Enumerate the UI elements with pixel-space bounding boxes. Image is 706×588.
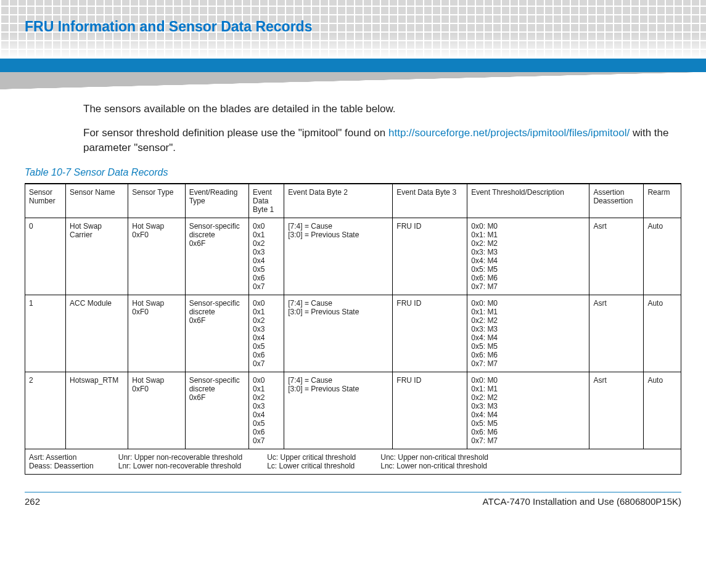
cell-rearm: Auto [644,295,681,372]
col-event-reading-type: Event/Reading Type [185,184,248,218]
cell-sensor-name: Hot Swap Carrier [66,218,128,295]
col-sensor-number: Sensor Number [25,184,66,218]
cell-sensor-name: Hotswap_RTM [66,372,128,449]
cell-rearm: Auto [644,218,681,295]
cell-event-reading-type: Sensor-specific discrete 0x6F [185,372,248,449]
sensor-data-table: Sensor Number Sensor Name Sensor Type Ev… [25,183,681,475]
cell-event-data-byte-2: [7:4] = Cause [3:0] = Previous State [284,218,393,295]
cell-event-data-byte-3: FRU ID [393,295,467,372]
cell-assertion: Asrt [589,295,644,372]
cell-event-data-byte-1: 0x0 0x1 0x2 0x3 0x4 0x5 0x6 0x7 [249,218,284,295]
table-row: 0 Hot Swap Carrier Hot Swap 0xF0 Sensor-… [25,218,681,295]
cell-assertion: Asrt [589,372,644,449]
table-header-row: Sensor Number Sensor Name Sensor Type Ev… [25,184,681,218]
cell-event-reading-type: Sensor-specific discrete 0x6F [185,218,248,295]
col-sensor-type: Sensor Type [128,184,185,218]
table-body: 0 Hot Swap Carrier Hot Swap 0xF0 Sensor-… [25,218,681,474]
col-event-data-byte-1: Event Data Byte 1 [249,184,284,218]
cell-sensor-type: Hot Swap 0xF0 [128,372,185,449]
cell-event-data-byte-3: FRU ID [393,372,467,449]
col-event-data-byte-2: Event Data Byte 2 [284,184,393,218]
intro-paragraph-2: For sensor threshold definition please u… [83,126,681,156]
legend-col-1: Asrt: Assertion Deass: Deassertion [29,453,94,470]
cell-event-data-byte-2: [7:4] = Cause [3:0] = Previous State [284,372,393,449]
cell-event-data-byte-1: 0x0 0x1 0x2 0x3 0x4 0x5 0x6 0x7 [249,295,284,372]
table-caption: Table 10-7 Sensor Data Records [25,167,681,178]
page-number: 262 [25,496,40,507]
cell-sensor-type: Hot Swap 0xF0 [128,218,185,295]
cell-event-threshold: 0x0: M0 0x1: M1 0x2: M2 0x3: M3 0x4: M4 … [467,372,589,449]
divider-wedge [0,72,706,89]
intro-paragraph-1: The sensors available on the blades are … [83,102,681,117]
intro-text: The sensors available on the blades are … [83,102,681,156]
section-title: FRU Information and Sensor Data Records [25,18,312,35]
cell-sensor-number: 1 [25,295,66,372]
cell-sensor-number: 0 [25,218,66,295]
page-header: FRU Information and Sensor Data Records [0,0,706,59]
cell-rearm: Auto [644,372,681,449]
intro-p2-pre: For sensor threshold definition please u… [83,127,388,139]
page-footer: 262 ATCA-7470 Installation and Use (6806… [25,492,681,507]
legend-col-4: Unc: Upper non-critical threshold Lnc: L… [380,453,488,470]
legend-col-3: Uc: Upper critical threshold Lc: Lower c… [267,453,356,470]
cell-sensor-type: Hot Swap 0xF0 [128,295,185,372]
col-event-threshold: Event Threshold/Description [467,184,589,218]
cell-event-threshold: 0x0: M0 0x1: M1 0x2: M2 0x3: M3 0x4: M4 … [467,295,589,372]
divider-blue-bar [0,59,706,72]
page-body: The sensors available on the blades are … [0,89,706,475]
cell-event-threshold: 0x0: M0 0x1: M1 0x2: M2 0x3: M3 0x4: M4 … [467,218,589,295]
table-legend-row: Asrt: Assertion Deass: Deassertion Unr: … [25,449,681,474]
cell-event-data-byte-1: 0x0 0x1 0x2 0x3 0x4 0x5 0x6 0x7 [249,372,284,449]
col-rearm: Rearm [644,184,681,218]
legend: Asrt: Assertion Deass: Deassertion Unr: … [29,453,677,470]
cell-sensor-number: 2 [25,372,66,449]
col-assertion: Assertion Deassertion [589,184,644,218]
cell-assertion: Asrt [589,218,644,295]
col-event-data-byte-3: Event Data Byte 3 [393,184,467,218]
table-row: 2 Hotswap_RTM Hot Swap 0xF0 Sensor-speci… [25,372,681,449]
cell-event-data-byte-3: FRU ID [393,218,467,295]
cell-event-data-byte-2: [7:4] = Cause [3:0] = Previous State [284,295,393,372]
col-sensor-name: Sensor Name [66,184,128,218]
cell-sensor-name: ACC Module [66,295,128,372]
document-id: ATCA-7470 Installation and Use (6806800P… [483,496,681,507]
ipmitool-link[interactable]: http://sourceforge.net/projects/ipmitool… [388,127,630,139]
legend-col-2: Unr: Upper non-recoverable threshold Lnr… [118,453,242,470]
table-row: 1 ACC Module Hot Swap 0xF0 Sensor-specif… [25,295,681,372]
cell-event-reading-type: Sensor-specific discrete 0x6F [185,295,248,372]
